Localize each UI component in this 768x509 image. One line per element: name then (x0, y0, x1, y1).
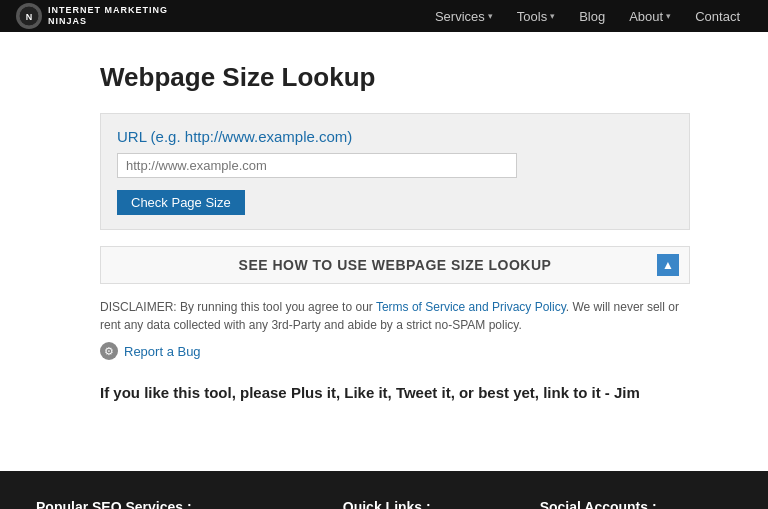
footer-col-social: Social Accounts : f Like Us On Facebook … (524, 499, 748, 509)
footer-social-title: Social Accounts : (540, 499, 732, 509)
bug-icon: ⚙ (100, 342, 118, 360)
nav-links: Services ▾ Tools ▾ Blog About ▾ Contact (423, 0, 752, 32)
nav-services[interactable]: Services ▾ (423, 0, 505, 32)
tos-link[interactable]: Terms of Service and Privacy Policy (376, 300, 566, 314)
footer-columns: Popular SEO Services : Link Building Ser… (20, 499, 748, 509)
navbar: N INTERNET MARKETING NINJAS Services ▾ T… (0, 0, 768, 32)
report-bug-label: Report a Bug (124, 344, 201, 359)
accordion-toggle-icon: ▲ (657, 254, 679, 276)
main-content: Webpage Size Lookup URL (e.g. http://www… (0, 32, 768, 471)
disclaimer-text: DISCLAIMER: By running this tool you agr… (100, 298, 690, 334)
nav-contact[interactable]: Contact (683, 0, 752, 32)
accordion-title: SEE HOW TO USE WEBPAGE SIZE LOOKUP (239, 257, 552, 273)
report-bug-row[interactable]: ⚙ Report a Bug (100, 342, 748, 360)
logo-text: INTERNET MARKETING NINJAS (48, 5, 168, 27)
accordion-bar[interactable]: SEE HOW TO USE WEBPAGE SIZE LOOKUP ▲ (100, 246, 690, 284)
about-arrow-icon: ▾ (666, 11, 671, 21)
logo-circle: N (16, 3, 42, 29)
page-title: Webpage Size Lookup (100, 62, 748, 93)
footer-quick-title: Quick Links : (343, 499, 508, 509)
check-page-size-button[interactable]: Check Page Size (117, 190, 245, 215)
svg-text:N: N (26, 12, 33, 22)
url-input-row (117, 153, 673, 178)
url-input[interactable] (117, 153, 517, 178)
footer-col-seo: Popular SEO Services : Link Building Ser… (20, 499, 327, 509)
services-arrow-icon: ▾ (488, 11, 493, 21)
nav-blog[interactable]: Blog (567, 0, 617, 32)
url-label: URL (e.g. http://www.example.com) (117, 128, 673, 145)
footer-seo-title: Popular SEO Services : (36, 499, 311, 509)
tools-arrow-icon: ▾ (550, 11, 555, 21)
cta-text: If you like this tool, please Plus it, L… (100, 384, 748, 401)
nav-about[interactable]: About ▾ (617, 0, 683, 32)
footer-col-quick: Quick Links : Home About Ninjas Ninja Le… (327, 499, 524, 509)
url-box: URL (e.g. http://www.example.com) Check … (100, 113, 690, 230)
logo[interactable]: N INTERNET MARKETING NINJAS (16, 3, 168, 29)
footer: Popular SEO Services : Link Building Ser… (0, 471, 768, 509)
nav-tools[interactable]: Tools ▾ (505, 0, 567, 32)
